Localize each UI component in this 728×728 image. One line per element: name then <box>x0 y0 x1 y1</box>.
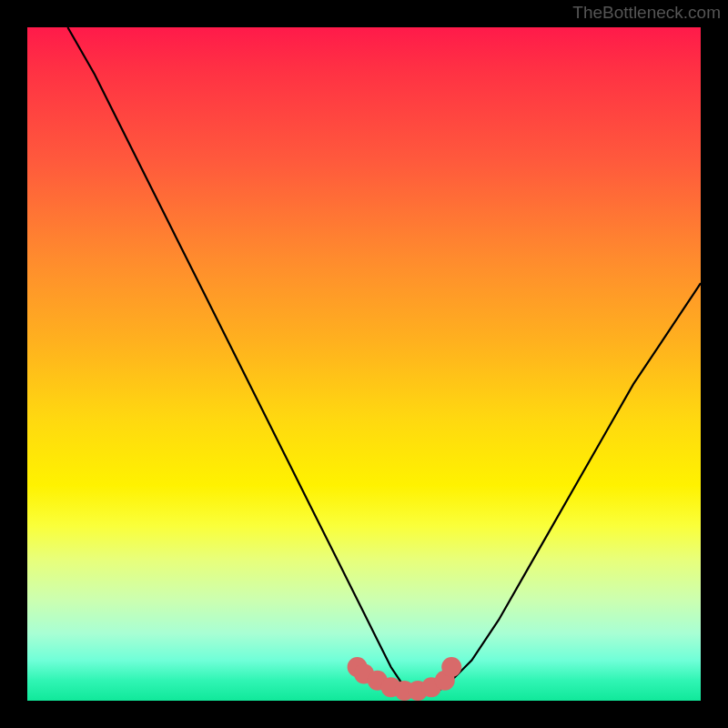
valley-marker <box>441 657 461 677</box>
valley-markers <box>348 657 462 701</box>
plot-area <box>27 27 701 701</box>
watermark-text: TheBottleneck.com <box>572 3 721 23</box>
bottleneck-curve <box>67 27 701 694</box>
chart-svg <box>27 27 701 701</box>
